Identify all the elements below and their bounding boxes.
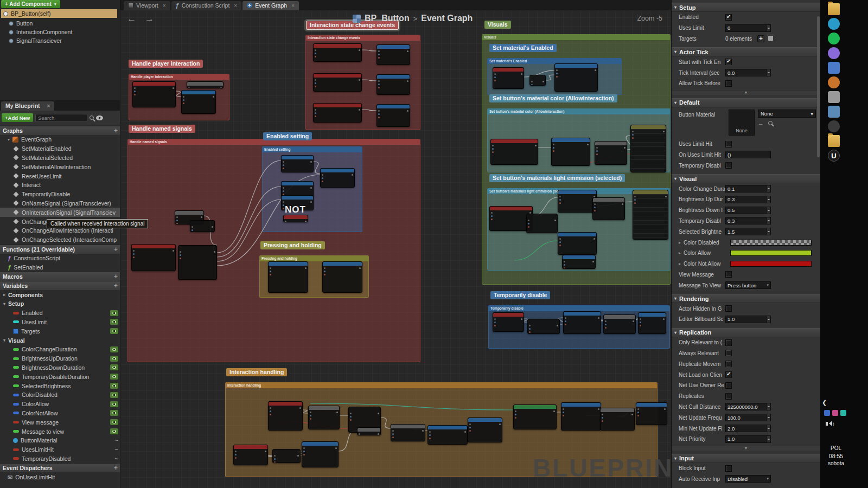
blueprint-node[interactable] (600, 408, 635, 431)
add-icon[interactable]: + (114, 127, 118, 134)
myblueprint-item[interactable]: View message (0, 418, 120, 427)
myblueprint-item[interactable]: SetMaterialAllowInteraction (0, 162, 120, 171)
spinner-icon[interactable] (766, 228, 770, 235)
number-field[interactable]: 1.0 (725, 435, 771, 443)
expand-arrow-icon[interactable]: ▾ (8, 137, 10, 142)
variable-category[interactable]: ▾Visual (0, 336, 120, 345)
keyboard-language-label[interactable]: POL (820, 445, 852, 452)
blue-app-icon[interactable] (828, 62, 840, 74)
blueprint-node[interactable] (636, 402, 667, 425)
tab-viewport[interactable]: Viewport × (124, 1, 170, 10)
gray-app-icon[interactable] (828, 91, 840, 103)
blueprint-node[interactable] (302, 441, 339, 467)
blueprint-node[interactable] (313, 73, 362, 92)
component-tree-item[interactable]: Button (0, 19, 120, 28)
blueprint-node[interactable] (376, 104, 410, 127)
number-field[interactable]: 1.5 (725, 228, 771, 235)
speaker-icon[interactable]: ) (826, 421, 834, 426)
spinner-icon[interactable] (766, 403, 770, 410)
folder-icon-2[interactable] (828, 135, 840, 147)
checkbox[interactable] (725, 339, 732, 346)
add-icon[interactable]: + (114, 282, 118, 290)
number-field[interactable]: 0.0 (725, 69, 771, 76)
spinner-icon[interactable] (766, 425, 770, 432)
blueprint-node[interactable] (181, 90, 216, 114)
myblueprint-item[interactable]: UsesLimit (0, 318, 120, 327)
blueprint-node[interactable] (493, 67, 524, 89)
blueprint-node[interactable] (268, 401, 303, 431)
checkbox[interactable] (725, 350, 732, 356)
instance-editable-eye-icon[interactable] (110, 319, 118, 325)
variable-category[interactable]: ▸Components (0, 290, 120, 299)
myblueprint-section-header[interactable]: Event Dispatchers+ (0, 463, 120, 472)
blueprint-node[interactable] (313, 103, 362, 123)
myblueprint-item[interactable]: ▾EventGraph (0, 135, 120, 144)
details-section-header[interactable]: ▾Actor Tick (672, 47, 820, 56)
checkbox[interactable] (725, 382, 732, 389)
instance-editable-eye-icon[interactable] (110, 346, 118, 352)
section-expander-icon[interactable]: ▼ (672, 90, 820, 95)
tab-event-graph[interactable]: Event Graph × (242, 1, 299, 10)
number-field[interactable]: 0.3 (725, 217, 771, 224)
blueprint-node[interactable] (513, 404, 557, 429)
color-swatch[interactable] (730, 240, 812, 246)
instance-editable-eye-icon[interactable] (110, 410, 118, 416)
section-expander-icon[interactable]: ▼ (672, 446, 820, 451)
expand-arrow-icon[interactable]: ▸ (679, 261, 684, 266)
unreal-engine-icon[interactable]: U (828, 150, 840, 162)
breadcrumb-root[interactable]: BP_Button (365, 14, 410, 23)
myblueprint-item[interactable]: SetMaterialEnabled (0, 144, 120, 153)
color-swatch[interactable] (730, 261, 812, 267)
expand-arrow-icon[interactable]: ▾ (3, 301, 5, 306)
tray-icon-blue[interactable] (824, 410, 830, 416)
myblueprint-item[interactable]: BrightnessDownDuration (0, 363, 120, 373)
blueprint-node[interactable] (320, 168, 355, 188)
visibility-filter-eye-icon[interactable] (96, 115, 103, 120)
blueprint-node[interactable] (132, 81, 176, 107)
comment-label[interactable]: Set material's Enabled (489, 44, 557, 52)
myblueprint-section-header[interactable]: Variables+ (0, 281, 120, 290)
spinner-icon[interactable] (766, 436, 770, 442)
blueprint-node[interactable] (562, 255, 596, 269)
myblueprint-section-header[interactable]: Functions (21 Overridable)+ (0, 245, 120, 254)
myblueprint-item[interactable]: TemporarilyDisable (0, 190, 120, 199)
spinner-icon[interactable] (766, 316, 770, 323)
add-icon[interactable]: + (114, 273, 118, 280)
blueprint-node[interactable] (427, 425, 468, 445)
myblueprint-item[interactable]: OnInteractionSignal (SignalTransciev (0, 208, 120, 217)
myblueprint-item[interactable]: OnChangeSelected (InteractionComp (0, 235, 120, 245)
my-blueprint-tab[interactable]: My Blueprint × (1, 101, 54, 111)
add-element-icon[interactable]: + (757, 35, 764, 42)
number-field[interactable]: 0.5 (725, 207, 771, 214)
spinner-icon[interactable] (766, 25, 770, 31)
comment-label[interactable]: Visuals (484, 21, 511, 29)
tray-icon-teal[interactable] (840, 410, 846, 416)
instance-editable-eye-icon[interactable] (110, 383, 118, 389)
comment-label[interactable]: Enabled setting (263, 132, 312, 140)
myblueprint-item[interactable]: ƒConstructionScript (0, 254, 120, 263)
number-field[interactable]: 100.0 (725, 414, 771, 421)
instance-editable-eye-icon[interactable] (110, 374, 118, 380)
add-icon[interactable]: + (114, 246, 118, 253)
variable-category[interactable]: ▾Setup (0, 299, 120, 309)
details-scrollbar[interactable] (817, 16, 820, 157)
details-section-header[interactable]: ▾Input (672, 454, 820, 463)
myblueprint-item[interactable]: TemporaryDisabled~ (0, 454, 120, 464)
blueprint-node[interactable] (272, 449, 301, 463)
blueprint-node[interactable] (490, 139, 538, 165)
blueprint-node[interactable] (529, 75, 546, 86)
myblueprint-item[interactable]: SelectedBrightness (0, 381, 120, 390)
search-input[interactable] (35, 114, 87, 122)
myblueprint-section-header[interactable]: Macros+ (0, 272, 120, 281)
blueprint-node[interactable] (561, 402, 601, 431)
comment-label[interactable]: Temporarily disable (490, 291, 550, 299)
blueprint-node[interactable] (376, 44, 410, 65)
details-section-header[interactable]: ▾Setup (672, 3, 820, 12)
spinner-icon[interactable] (766, 207, 770, 214)
add-new-button[interactable]: +Add New (2, 113, 33, 122)
comment-label[interactable]: Interaction handling (226, 368, 287, 376)
myblueprint-item[interactable]: ƒSetEnabled (0, 262, 120, 272)
number-field[interactable]: 225000000.0 (725, 403, 771, 410)
blueprint-node[interactable] (592, 197, 625, 220)
close-tab-icon[interactable]: × (291, 3, 295, 9)
